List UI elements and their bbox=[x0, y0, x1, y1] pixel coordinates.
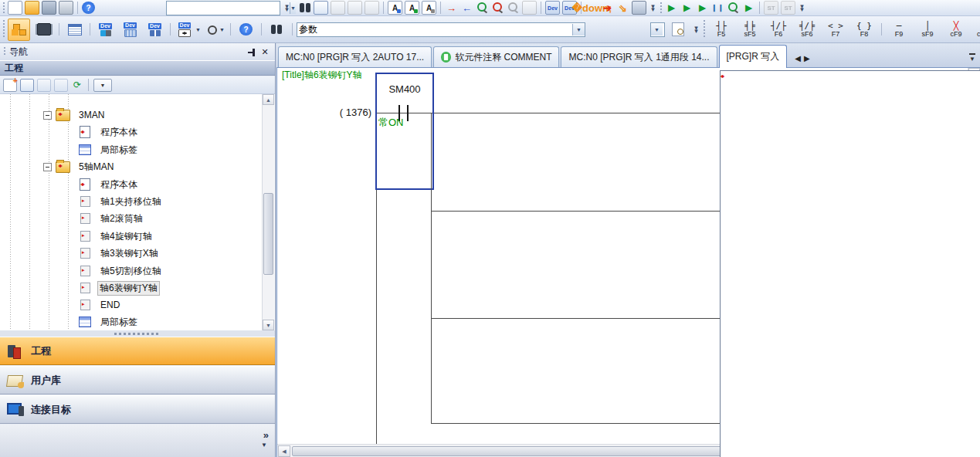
tab-prg-write-2auto[interactable]: MC:N0 [PRG]R 写入 2AUTO 17... bbox=[278, 46, 432, 67]
scroll-down-icon[interactable]: ▼ bbox=[263, 320, 274, 330]
ladder-parallel-closed-contact-button[interactable]: ╡/╞sF6 bbox=[794, 17, 820, 42]
ladder-open-contact-button[interactable]: ┤├F5 bbox=[708, 17, 734, 42]
toolbar-overflow-icon[interactable]: ▾▾ bbox=[692, 23, 700, 36]
device-display-mode-button[interactable]: Dev ▼ bbox=[175, 19, 202, 41]
nav-button-connection-target[interactable]: 连接目标 bbox=[0, 395, 275, 424]
help-button[interactable]: ? bbox=[235, 19, 257, 41]
new-project-icon[interactable] bbox=[8, 1, 22, 15]
ladder-delete-vertical-line-button[interactable]: ╳cF10 bbox=[972, 17, 980, 42]
tree-item-axis4[interactable]: 轴4旋铆钉轴 bbox=[0, 228, 275, 245]
watch-run-icon[interactable]: ▶ bbox=[742, 2, 755, 14]
ladder-coil-button[interactable]: < >F7 bbox=[822, 17, 849, 42]
combo-dropdown-icon[interactable]: ▼ bbox=[290, 2, 296, 14]
window-select-combobox[interactable]: ▼ bbox=[297, 22, 585, 37]
nav-button-user-library[interactable]: 用户库 bbox=[0, 366, 275, 394]
tab-scroll-right-icon[interactable]: ▶ bbox=[804, 54, 810, 63]
more-buttons-icon[interactable]: » bbox=[263, 431, 269, 439]
collapse-icon[interactable] bbox=[43, 163, 52, 171]
ladder-parallel-contact-button[interactable]: ╡╞sF5 bbox=[737, 17, 763, 42]
tree-item-local-label-2[interactable]: 局部标签 bbox=[0, 313, 275, 330]
find-device-button[interactable]: ▼ bbox=[204, 19, 226, 41]
navigation-window-toggle-button[interactable] bbox=[8, 19, 30, 41]
tab-list-dropdown-icon[interactable]: ▼ bbox=[969, 53, 975, 63]
read-from-plc-icon[interactable]: ➔ bbox=[601, 2, 614, 14]
collapse-icon[interactable] bbox=[43, 111, 52, 120]
tree-item-program-body[interactable]: 程序本体 bbox=[0, 124, 275, 140]
comment-display-icon[interactable]: A bbox=[388, 1, 402, 15]
ladder-horizontal-line-button[interactable]: ─F9 bbox=[886, 17, 912, 42]
new-item-icon[interactable] bbox=[3, 79, 17, 92]
copy-item-icon[interactable] bbox=[20, 79, 34, 92]
quick-search-combobox[interactable]: ▼ bbox=[166, 1, 280, 15]
ladder-application-instruction-button[interactable]: { }F8 bbox=[851, 17, 877, 42]
device-display-icon[interactable]: Dev bbox=[545, 1, 560, 15]
save-project-icon[interactable] bbox=[42, 1, 56, 15]
toolbar-grip[interactable] bbox=[2, 20, 5, 39]
output-window-button[interactable] bbox=[63, 19, 86, 41]
scrollbar-thumb[interactable] bbox=[263, 193, 273, 275]
edit-cursor-box[interactable] bbox=[375, 73, 434, 190]
device-comment-edit-button[interactable]: Dev bbox=[94, 19, 117, 41]
tree-item-axis1[interactable]: 轴1夹持移位轴 bbox=[0, 193, 275, 210]
close-icon[interactable]: ✕ bbox=[258, 46, 272, 59]
jump-forward-icon[interactable]: → bbox=[445, 2, 458, 14]
statement-display-icon[interactable]: A bbox=[405, 1, 419, 15]
chevron-down-icon[interactable]: ▼ bbox=[261, 442, 267, 449]
toolbar-grip[interactable] bbox=[703, 20, 706, 39]
note-display-icon[interactable]: A bbox=[422, 1, 436, 15]
combo-dropdown-icon[interactable]: ▼ bbox=[572, 24, 585, 36]
function-block-button[interactable] bbox=[32, 19, 55, 41]
monitor-write-icon[interactable]: ▶ bbox=[680, 2, 693, 14]
find-device-forward-icon[interactable] bbox=[476, 2, 489, 14]
monitor-start-icon[interactable]: ▶ bbox=[665, 2, 678, 14]
jump-back-icon[interactable]: ← bbox=[460, 2, 473, 14]
panel-grip[interactable] bbox=[3, 47, 6, 56]
nav-button-project[interactable]: 工程 bbox=[0, 337, 275, 365]
tree-item-program-body-2[interactable]: 程序本体 bbox=[0, 176, 275, 193]
tab-prg-write-active[interactable]: [PRG]R 写入 bbox=[719, 45, 788, 68]
refresh-icon[interactable]: ⟳ bbox=[71, 80, 83, 91]
ladder-vertical-line-button[interactable]: │sF9 bbox=[914, 17, 941, 42]
tree-item-axis3[interactable]: 轴3装铆钉X轴 bbox=[0, 245, 275, 262]
remote-operation-icon[interactable] bbox=[632, 1, 646, 15]
open-project-icon[interactable] bbox=[25, 1, 39, 15]
tree-item-3man[interactable]: 3MAN bbox=[0, 107, 275, 124]
tree-item-local-label[interactable]: 局部标签 bbox=[0, 141, 275, 158]
monitor-run-icon[interactable]: ▶ bbox=[696, 2, 709, 14]
toolbar-grip[interactable] bbox=[2, 2, 5, 13]
verify-with-plc-icon[interactable]: ⇘ bbox=[616, 2, 629, 14]
tab-prg-write-common[interactable]: MC:N0 [PRG]R 写入 1通用段 14... bbox=[561, 46, 717, 67]
toolbar-overflow-icon[interactable]: ▾▾ bbox=[798, 2, 806, 14]
find-icon[interactable] bbox=[299, 3, 311, 12]
quick-search-input[interactable] bbox=[167, 2, 290, 13]
window-select-input[interactable] bbox=[297, 24, 572, 35]
tree-item-axis5[interactable]: 轴5切割移位轴 bbox=[0, 262, 275, 279]
tree-item-axis6-selected[interactable]: 轴6装铆钉Y轴 bbox=[0, 279, 275, 296]
tree-scrollbar[interactable]: ▲ ▼ bbox=[262, 94, 274, 330]
tree-item-axis2[interactable]: 轴2滚筒轴 bbox=[0, 210, 275, 227]
watch-start-icon[interactable] bbox=[727, 2, 740, 14]
find-in-page-button[interactable] bbox=[667, 19, 690, 41]
find-replace-button[interactable] bbox=[266, 19, 288, 41]
tab-device-comment[interactable]: 软元件注释 COMMENT bbox=[433, 46, 559, 67]
toolbar-overflow-icon[interactable]: ▾▾ bbox=[649, 2, 657, 14]
panel-splitter[interactable] bbox=[0, 330, 275, 337]
ladder-delete-horizontal-line-button[interactable]: ╳cF9 bbox=[943, 17, 969, 42]
write-to-plc-icon[interactable]: �down; bbox=[585, 2, 599, 14]
copy-icon[interactable] bbox=[314, 1, 328, 15]
scroll-up-icon[interactable]: ▲ bbox=[263, 94, 274, 105]
device-initial-button[interactable]: Dev bbox=[144, 19, 166, 41]
toolbar-grip[interactable] bbox=[660, 2, 663, 13]
device-memory-button[interactable]: Dev bbox=[119, 19, 141, 41]
help-icon[interactable]: ? bbox=[82, 2, 95, 14]
tree-item-end[interactable]: END bbox=[0, 296, 275, 313]
monitor-stop-icon[interactable]: ❙❙ bbox=[711, 2, 724, 14]
find-device-back-icon[interactable] bbox=[491, 2, 504, 14]
sort-icon[interactable]: ▼ bbox=[93, 79, 112, 92]
history-dropdown[interactable]: ▼ bbox=[650, 22, 665, 37]
tab-scroll-left-icon[interactable]: ◀ bbox=[795, 54, 801, 63]
tree-item-5axis-man[interactable]: 5轴MAN bbox=[0, 158, 275, 175]
scroll-left-icon[interactable]: ◀ bbox=[278, 445, 290, 457]
ladder-closed-contact-button[interactable]: ┤/├F6 bbox=[765, 17, 792, 42]
print-icon[interactable] bbox=[59, 1, 73, 15]
